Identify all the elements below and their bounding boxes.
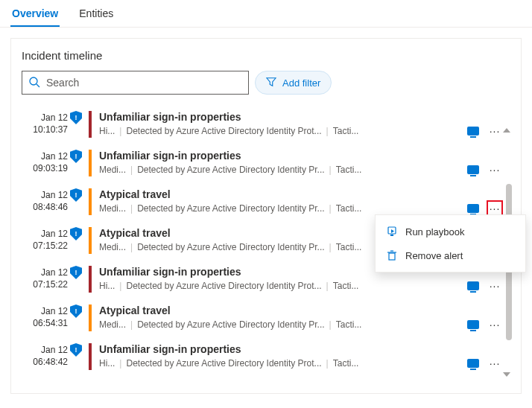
- context-menu: Run playbook Remove alert: [375, 214, 526, 272]
- alert-timestamp: Jan 1209:03:19: [22, 148, 68, 174]
- controls-row: Add filter: [11, 71, 521, 105]
- alert-detected-by: Detected by Azure Active Directory Ident…: [137, 319, 324, 330]
- alert-type-icon: !: [68, 187, 84, 202]
- alert-detected-by: Detected by Azure Active Directory Ident…: [126, 281, 321, 291]
- alert-timestamp: Jan 1207:15:22: [22, 264, 68, 290]
- alert-type-icon: !: [68, 226, 84, 240]
- severity-bar: [89, 227, 92, 254]
- alert-title[interactable]: Unfamiliar sign-in properties: [99, 150, 467, 162]
- more-actions-button[interactable]: ···: [487, 355, 503, 372]
- shield-icon: !: [70, 150, 82, 163]
- search-box[interactable]: [22, 71, 249, 95]
- svg-point-0: [30, 77, 37, 85]
- alert-timestamp: Jan 1206:54:31: [22, 303, 68, 329]
- trash-icon: [386, 249, 398, 261]
- severity-bar: [89, 111, 92, 138]
- add-filter-label: Add filter: [282, 77, 320, 89]
- more-actions-button[interactable]: ···: [487, 123, 503, 139]
- alert-meta: Medi...|Detected by Azure Active Directo…: [99, 203, 467, 214]
- menu-remove-alert[interactable]: Remove alert: [376, 243, 525, 267]
- alert-title[interactable]: Unfamiliar sign-in properties: [99, 343, 467, 355]
- alert-type-icon: !: [68, 342, 84, 357]
- alert-detected-by: Detected by Azure Active Directory Ident…: [137, 203, 324, 214]
- shield-icon: !: [70, 227, 82, 240]
- tabs: Overview Entities: [0, 0, 532, 28]
- svg-marker-4: [391, 229, 394, 233]
- alert-title[interactable]: Atypical travel: [99, 305, 467, 316]
- alert-detected-by: Detected by Azure Active Directory Ident…: [126, 126, 321, 136]
- endpoint-icon: [467, 204, 479, 213]
- svg-line-1: [37, 84, 39, 87]
- alert-tactics: Tacti...: [336, 242, 362, 252]
- svg-rect-3: [390, 235, 393, 236]
- scroll-down-icon[interactable]: [503, 372, 510, 377]
- alert-meta: Hi...|Detected by Azure Active Directory…: [99, 126, 467, 136]
- alert-tactics: Tacti...: [336, 319, 362, 330]
- alert-tactics: Tacti...: [336, 165, 362, 175]
- alert-meta: Hi...|Detected by Azure Active Directory…: [99, 281, 467, 291]
- menu-run-playbook[interactable]: Run playbook: [376, 220, 525, 243]
- alert-meta: Medi...|Detected by Azure Active Directo…: [99, 319, 467, 330]
- alert-severity: Medi...: [99, 319, 126, 330]
- endpoint-icon: [467, 320, 479, 329]
- alert-severity: Medi...: [99, 242, 126, 252]
- alert-timestamp: Jan 1206:48:42: [22, 342, 68, 368]
- alert-timestamp: Jan 1208:48:46: [22, 187, 68, 213]
- alert-row: Jan 1206:48:42!Unfamiliar sign-in proper…: [11, 337, 513, 376]
- severity-bar: [89, 188, 92, 215]
- endpoint-icon: [467, 359, 479, 368]
- tab-entities[interactable]: Entities: [77, 0, 115, 27]
- alert-detected-by: Detected by Azure Active Directory Ident…: [137, 165, 324, 175]
- alert-type-icon: !: [68, 303, 84, 318]
- shield-icon: !: [70, 188, 82, 202]
- alert-severity: Medi...: [99, 203, 126, 214]
- alert-severity: Medi...: [99, 165, 126, 175]
- alert-tactics: Tacti...: [333, 358, 359, 369]
- severity-bar: [89, 343, 92, 370]
- endpoint-icon: [467, 165, 479, 174]
- more-actions-button[interactable]: ···: [487, 162, 503, 178]
- scroll-up-icon[interactable]: [503, 128, 510, 133]
- more-actions-button[interactable]: ···: [487, 278, 503, 294]
- alert-tactics: Tacti...: [336, 203, 362, 214]
- alert-row: Jan 1210:10:37!Unfamiliar sign-in proper…: [11, 105, 513, 144]
- endpoint-icon: [467, 127, 479, 136]
- alert-type-icon: !: [68, 109, 84, 124]
- alert-title[interactable]: Unfamiliar sign-in properties: [99, 111, 467, 123]
- search-input[interactable]: [46, 77, 242, 89]
- alert-row: Jan 1209:03:19!Unfamiliar sign-in proper…: [11, 144, 513, 182]
- tab-overview[interactable]: Overview: [10, 0, 60, 27]
- add-filter-button[interactable]: Add filter: [255, 71, 332, 95]
- alert-title[interactable]: Atypical travel: [99, 188, 467, 200]
- alert-severity: Hi...: [99, 281, 115, 291]
- severity-bar: [89, 266, 92, 293]
- severity-bar: [89, 150, 92, 176]
- alert-type-icon: !: [68, 148, 84, 163]
- search-icon: [28, 76, 40, 90]
- alert-timestamp: Jan 1210:10:37: [22, 109, 68, 136]
- alert-tactics: Tacti...: [333, 281, 359, 291]
- shield-icon: !: [70, 305, 82, 318]
- menu-remove-label: Remove alert: [405, 250, 463, 261]
- alert-detected-by: Detected by Azure Active Directory Ident…: [137, 242, 324, 252]
- endpoint-icon: [467, 281, 479, 290]
- playbook-icon: [386, 226, 398, 238]
- alert-meta: Medi...|Detected by Azure Active Directo…: [99, 165, 467, 175]
- severity-bar: [89, 305, 92, 331]
- alert-row: Jan 1206:54:31!Atypical travelMedi...|De…: [11, 299, 513, 337]
- shield-icon: !: [70, 111, 82, 124]
- shield-icon: !: [70, 266, 82, 279]
- shield-icon: !: [70, 343, 82, 357]
- filter-icon: [266, 77, 276, 89]
- alert-severity: Hi...: [99, 358, 115, 369]
- more-actions-button[interactable]: ···: [487, 316, 503, 333]
- svg-rect-5: [389, 253, 395, 260]
- alert-type-icon: !: [68, 264, 84, 279]
- alert-timestamp: Jan 1207:15:22: [22, 226, 68, 252]
- alert-tactics: Tacti...: [333, 126, 359, 136]
- alert-meta: Hi...|Detected by Azure Active Directory…: [99, 358, 467, 369]
- panel-title: Incident timeline: [11, 49, 521, 71]
- alert-severity: Hi...: [99, 126, 115, 136]
- menu-run-label: Run playbook: [405, 226, 465, 238]
- alert-detected-by: Detected by Azure Active Directory Ident…: [126, 358, 321, 369]
